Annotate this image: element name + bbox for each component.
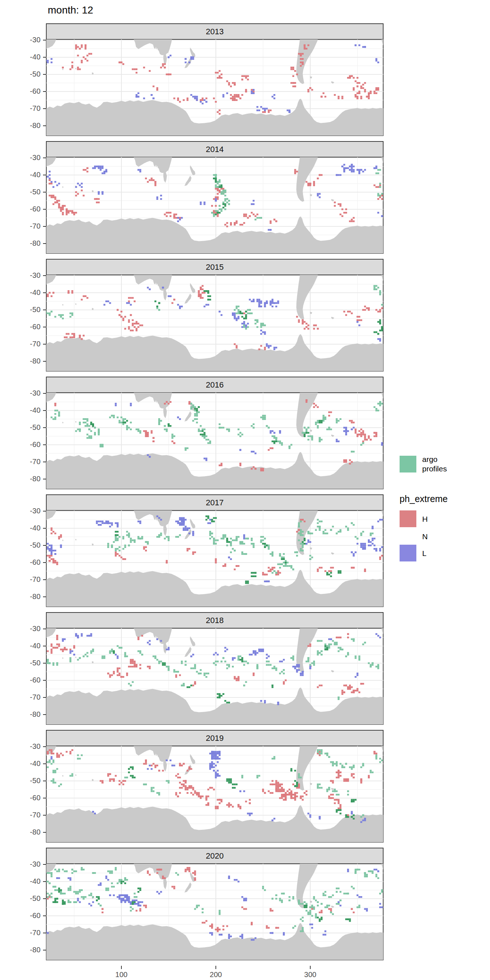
- y-tick-mark: [43, 932, 46, 933]
- legend-label-n: N: [422, 532, 428, 541]
- y-tick-mark: [43, 764, 46, 764]
- facet-strip-label: 2015: [206, 262, 224, 272]
- data-points-layer-2013: [46, 40, 383, 135]
- y-tick-mark: [43, 663, 46, 663]
- y-tick-label: -50: [19, 188, 40, 196]
- y-tick-mark: [43, 327, 46, 328]
- y-tick-label: -70: [19, 575, 40, 584]
- facet-2017: 2017-30-40-50-60-70-80: [0, 495, 383, 607]
- legend-key-l-swatch: [399, 545, 416, 562]
- y-tick-mark: [43, 915, 46, 916]
- y-tick-mark: [43, 746, 46, 747]
- y-tick-mark: [43, 243, 46, 244]
- y-tick-label: -40: [19, 170, 40, 179]
- y-tick-mark: [43, 832, 46, 833]
- facet-strip-2017: 2017: [46, 495, 383, 511]
- y-axis-2014: -30-40-50-60-70-80: [0, 157, 46, 253]
- y-tick-label: -60: [19, 794, 40, 802]
- facet-strip-label: 2014: [206, 145, 224, 154]
- facet-strip-2020: 2020: [46, 848, 383, 864]
- data-points-layer-2020: [46, 864, 383, 960]
- y-axis-2016: -30-40-50-60-70-80: [0, 393, 46, 489]
- data-points-layer-2017: [46, 511, 383, 607]
- facet-2019: 2019-30-40-50-60-70-80: [0, 730, 383, 842]
- y-tick-label: -40: [19, 524, 40, 532]
- y-tick-mark: [43, 444, 46, 445]
- y-tick-label: -70: [19, 811, 40, 819]
- x-tick-label: 200: [201, 970, 231, 979]
- y-tick-label: -80: [19, 475, 40, 483]
- y-tick-mark: [43, 798, 46, 799]
- chart-title: month: 12: [48, 5, 93, 16]
- y-tick-label: -30: [19, 507, 40, 515]
- y-tick-label: -80: [19, 710, 40, 719]
- y-tick-mark: [43, 410, 46, 411]
- facet-strip-2018: 2018: [46, 612, 383, 628]
- facet-strip-label: 2018: [206, 616, 224, 625]
- y-tick-label: -50: [19, 305, 40, 314]
- y-tick-mark: [43, 881, 46, 882]
- y-tick-mark: [43, 74, 46, 75]
- y-tick-label: -30: [19, 742, 40, 751]
- data-points-layer-2015: [46, 275, 383, 371]
- y-tick-label: -80: [19, 828, 40, 836]
- y-tick-label: -50: [19, 70, 40, 78]
- facet-strip-label: 2013: [206, 27, 224, 37]
- y-tick-mark: [43, 275, 46, 276]
- facet-2014: 2014-30-40-50-60-70-80: [0, 142, 383, 253]
- y-tick-label: -50: [19, 659, 40, 667]
- y-tick-label: -60: [19, 912, 40, 920]
- legend-label-argo-line1: argo: [422, 455, 447, 464]
- facet-2020: 2020-30-40-50-60-70-80: [0, 848, 383, 960]
- y-tick-mark: [43, 545, 46, 546]
- data-points-layer-2016: [46, 393, 383, 489]
- y-tick-mark: [43, 781, 46, 781]
- y-tick-mark: [43, 646, 46, 646]
- y-tick-mark: [43, 226, 46, 227]
- y-tick-label: -70: [19, 340, 40, 348]
- x-tick-label: 100: [107, 970, 136, 979]
- y-tick-label: -70: [19, 458, 40, 466]
- facet-2016: 2016-30-40-50-60-70-80: [0, 377, 383, 489]
- y-tick-mark: [43, 293, 46, 293]
- y-tick-mark: [43, 310, 46, 310]
- y-tick-mark: [43, 562, 46, 563]
- y-tick-label: -30: [19, 625, 40, 633]
- data-points-layer-2019: [46, 746, 383, 842]
- y-tick-mark: [43, 579, 46, 580]
- y-tick-mark: [43, 714, 46, 715]
- y-tick-label: -70: [19, 104, 40, 113]
- y-tick-mark: [43, 815, 46, 816]
- legend-key-h-swatch: [399, 511, 416, 527]
- y-tick-label: -60: [19, 87, 40, 95]
- map-panel-2014: [46, 157, 383, 253]
- y-tick-mark: [43, 864, 46, 865]
- y-tick-label: -50: [19, 423, 40, 432]
- y-tick-label: -30: [19, 36, 40, 44]
- y-axis-2017: -30-40-50-60-70-80: [0, 511, 46, 607]
- y-tick-mark: [43, 40, 46, 40]
- map-panel-2020: [46, 864, 383, 960]
- y-tick-mark: [43, 108, 46, 109]
- y-tick-label: -80: [19, 592, 40, 601]
- y-tick-label: -30: [19, 153, 40, 162]
- y-tick-mark: [43, 361, 46, 362]
- y-tick-mark: [43, 344, 46, 345]
- data-points-layer-2018: [46, 628, 383, 724]
- y-tick-label: -70: [19, 929, 40, 937]
- facet-strip-label: 2016: [206, 380, 224, 390]
- y-tick-mark: [43, 479, 46, 479]
- facet-2015: 2015-30-40-50-60-70-80: [0, 259, 383, 371]
- y-tick-mark: [43, 461, 46, 462]
- y-tick-mark: [43, 628, 46, 629]
- y-tick-mark: [43, 393, 46, 394]
- x-tick-mark: [215, 966, 216, 969]
- facet-strip-label: 2019: [206, 733, 224, 743]
- y-tick-label: -60: [19, 441, 40, 449]
- facet-strip-label: 2017: [206, 498, 224, 508]
- legend-label-argo-line2: profiles: [422, 464, 447, 474]
- y-tick-mark: [43, 697, 46, 698]
- y-tick-mark: [43, 126, 46, 126]
- facet-2013: 2013-30-40-50-60-70-80: [0, 24, 383, 135]
- y-tick-label: -70: [19, 222, 40, 231]
